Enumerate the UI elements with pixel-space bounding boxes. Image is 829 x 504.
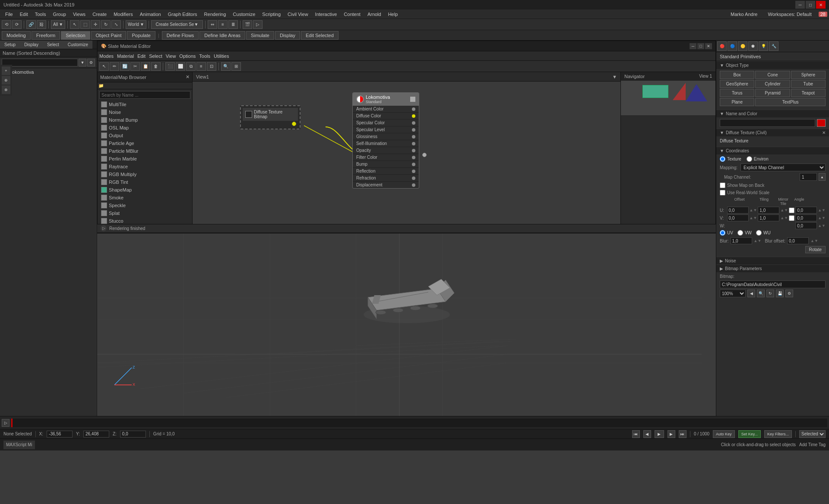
mat-search-input[interactable] (99, 91, 190, 99)
blur-offset-input[interactable] (787, 237, 809, 244)
w-angle-input[interactable] (795, 222, 817, 229)
view1-dropdown[interactable]: ▼ (612, 74, 617, 79)
menu-customize[interactable]: Customize (229, 12, 259, 17)
lokomotiva-node-close[interactable] (410, 97, 415, 102)
map-channel-up[interactable]: ▲ (819, 173, 826, 181)
mode-modeling[interactable]: Modeling (2, 31, 31, 40)
menu-modifiers[interactable]: Modifiers (110, 12, 136, 17)
rotate-button[interactable]: ↻ (101, 20, 111, 29)
rp-tb-motion[interactable]: ⬟ (748, 41, 758, 51)
slate-tb-1[interactable]: ↖ (99, 62, 109, 71)
bitmap-save-btn[interactable]: 💾 (776, 290, 784, 297)
mat-item-stucco[interactable]: Stucco (98, 217, 192, 224)
bitmap-path-input[interactable] (720, 280, 826, 288)
show-map-checkbox[interactable] (720, 183, 725, 188)
left-icon-1[interactable]: + (2, 66, 10, 75)
world-dropdown[interactable]: World ▼ (126, 20, 146, 29)
sub-edit-selected[interactable]: Edit Selected (301, 31, 339, 40)
mirror-button[interactable]: ⇔ (208, 20, 217, 29)
blur-arrow[interactable]: ▲▼ (754, 239, 762, 243)
selected-dropdown[interactable]: Selected (799, 430, 826, 438)
mat-item-osl-map[interactable]: OSL Map (98, 124, 192, 132)
slate-tb-fit[interactable]: ⊞ (231, 62, 241, 71)
mat-item-particle-age[interactable]: Particle Age (98, 139, 192, 147)
slate-tb-3[interactable]: 🔄 (120, 62, 130, 71)
redo-button[interactable]: ⟳ (12, 20, 22, 29)
move-button[interactable]: ✛ (91, 20, 100, 29)
mat-item-splat[interactable]: Splat (98, 209, 192, 217)
time-cursor[interactable] (11, 419, 13, 427)
tab-select[interactable]: Select (43, 41, 63, 49)
color-swatch[interactable] (817, 119, 826, 127)
v-tiling-arrow[interactable]: ▲▼ (780, 216, 788, 220)
play-btn[interactable]: ⏮ (632, 430, 640, 438)
slate-tb-zoom[interactable]: 🔍 (221, 62, 231, 71)
obj-tube[interactable]: Tube (791, 80, 826, 88)
blur-input[interactable] (731, 237, 752, 244)
create-selection-button[interactable]: Create Selection Se ▼ (151, 20, 203, 29)
menu-views[interactable]: Views (70, 12, 89, 17)
slate-tb-4[interactable]: ✂ (130, 62, 140, 71)
slate-menu-modes[interactable]: Modes (99, 54, 114, 59)
mat-item-rgb-tint[interactable]: RGB Tint (98, 178, 192, 186)
menu-create[interactable]: Create (89, 12, 110, 17)
v-mirror-checkbox[interactable] (789, 215, 794, 221)
w-angle-arrow[interactable]: ▲▼ (818, 224, 826, 228)
u-mirror-checkbox[interactable] (789, 208, 794, 213)
mat-item-speckle[interactable]: Speckle (98, 202, 192, 209)
select-region-button[interactable]: ⬚ (80, 20, 90, 29)
slate-close-btn[interactable]: ✕ (705, 43, 712, 49)
timeline-play-btn[interactable]: ▷ (2, 419, 9, 427)
slate-tb-9[interactable]: ⧉ (186, 62, 196, 71)
mat-item-particle-mblur[interactable]: Particle MBlur (98, 147, 192, 155)
mat-item-smoke[interactable]: Smoke (98, 194, 192, 202)
diffuse-texture-header[interactable]: ▼ Diffuse Texture (Civil) ✕ (716, 129, 829, 136)
slate-menu-edit[interactable]: Edit (137, 54, 146, 59)
menu-group[interactable]: Group (49, 12, 70, 17)
mat-browser-close[interactable]: ✕ (186, 74, 190, 80)
z-input[interactable] (120, 431, 146, 438)
slate-tb-7[interactable]: ⬛ (165, 62, 175, 71)
prev-frame-btn[interactable]: ◀ (643, 430, 651, 438)
slate-maximize-btn[interactable]: □ (697, 43, 704, 49)
mapping-dropdown[interactable]: Explicit Map Channel (740, 164, 826, 171)
menu-graph-editors[interactable]: Graph Editors (165, 12, 201, 17)
slate-tb-2[interactable]: ✏ (110, 62, 119, 71)
view1-canvas[interactable]: Diffuse TextureBitmap (193, 82, 620, 224)
obj-box[interactable]: Box (720, 71, 754, 79)
tab-customize[interactable]: Customize (63, 41, 92, 49)
menu-file[interactable]: File (2, 12, 16, 17)
slate-tb-11[interactable]: ⊡ (207, 62, 216, 71)
align-button[interactable]: ≡ (218, 20, 228, 29)
layer-button[interactable]: ≣ (228, 20, 238, 29)
u-offset-arrow[interactable]: ▲▼ (750, 208, 757, 212)
close-button[interactable]: ✕ (816, 1, 826, 9)
scale-button[interactable]: ⤡ (111, 20, 121, 29)
slate-menu-material[interactable]: Material (117, 54, 134, 59)
diffuse-texture-node[interactable]: Diffuse TextureBitmap (240, 105, 301, 129)
tab-setup[interactable]: Setup (0, 41, 20, 49)
rp-tb-hierarchy[interactable]: 🟡 (738, 41, 747, 51)
radio-environ[interactable] (747, 156, 752, 162)
mode-object-paint[interactable]: Object Paint (91, 31, 127, 40)
menu-rendering[interactable]: Rendering (201, 12, 230, 17)
tab-display[interactable]: Display (20, 41, 43, 49)
menu-edit[interactable]: Edit (16, 12, 32, 17)
radio-texture[interactable] (720, 156, 725, 162)
mat-item-shapemap[interactable]: ShapeMap (98, 186, 192, 194)
set-key-btn[interactable]: Set Key... (738, 430, 761, 438)
mat-item-output[interactable]: Output (98, 132, 192, 139)
noise-header[interactable]: ▶ Noise (716, 257, 829, 265)
obj-sphere[interactable]: Sphere (791, 71, 826, 79)
mode-populate[interactable]: Populate (127, 31, 155, 40)
maximize-button[interactable]: □ (806, 1, 815, 9)
mat-item-normal-bump[interactable]: Normal Bump (98, 116, 192, 124)
u-angle-arrow[interactable]: ▲▼ (818, 208, 826, 212)
menu-content[interactable]: Content (340, 12, 364, 17)
name-input[interactable] (720, 119, 815, 127)
rp-tb-create[interactable]: 🔴 (717, 41, 727, 51)
mat-item-multitile[interactable]: MultiTile (98, 101, 192, 108)
diffuse-texture-out-port[interactable] (292, 122, 296, 126)
filter-options-button[interactable]: ▼ (79, 59, 86, 66)
undo-button[interactable]: ⟲ (2, 20, 11, 29)
